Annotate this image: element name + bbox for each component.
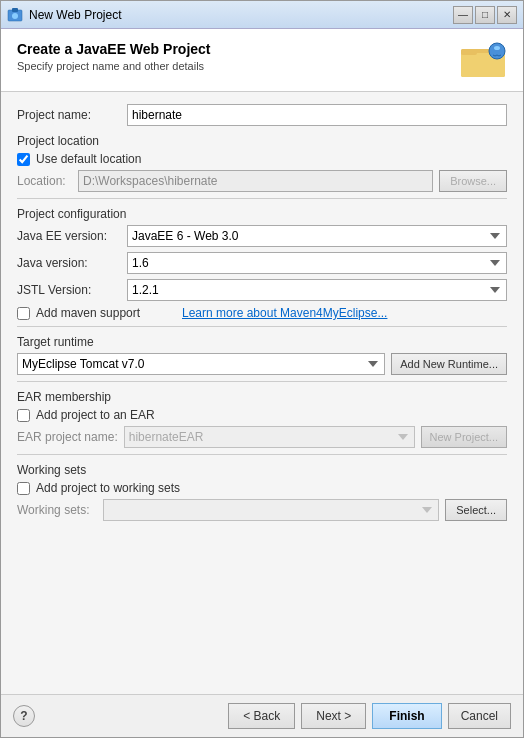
location-row: Location: Browse... [17, 170, 507, 192]
target-runtime-section: Target runtime MyEclipse Tomcat v7.0 Add… [17, 335, 507, 375]
target-runtime-label: Target runtime [17, 335, 507, 349]
dialog-subtitle: Specify project name and other details [17, 60, 211, 72]
java-ee-row: Java EE version: JavaEE 6 - Web 3.0 [17, 225, 507, 247]
add-maven-label: Add maven support [36, 306, 140, 320]
project-name-input[interactable] [127, 104, 507, 126]
jstl-version-label: JSTL Version: [17, 283, 127, 297]
use-default-location-checkbox[interactable] [17, 153, 30, 166]
ear-project-label: EAR project name: [17, 430, 118, 444]
svg-point-6 [489, 43, 505, 59]
main-window: New Web Project — □ ✕ Create a JavaEE We… [0, 0, 524, 738]
project-location-section: Project location Use default location Lo… [17, 134, 507, 192]
add-working-sets-label: Add project to working sets [36, 481, 180, 495]
ear-membership-section: EAR membership Add project to an EAR EAR… [17, 390, 507, 448]
title-bar: New Web Project — □ ✕ [1, 1, 523, 29]
title-bar-controls: — □ ✕ [453, 6, 517, 24]
use-default-location-text: Use default location [36, 152, 141, 166]
cancel-button[interactable]: Cancel [448, 703, 511, 729]
new-project-button: New Project... [421, 426, 507, 448]
header-text: Create a JavaEE Web Project Specify proj… [17, 41, 211, 72]
browse-button: Browse... [439, 170, 507, 192]
project-location-label: Project location [17, 134, 507, 148]
svg-rect-5 [461, 49, 477, 55]
svg-point-7 [494, 46, 500, 50]
working-sets-checkbox-row: Add project to working sets [17, 481, 507, 495]
project-config-label: Project configuration [17, 207, 507, 221]
minimize-button[interactable]: — [453, 6, 473, 24]
java-version-label: Java version: [17, 256, 127, 270]
add-runtime-button[interactable]: Add New Runtime... [391, 353, 507, 375]
maximize-button[interactable]: □ [475, 6, 495, 24]
dialog-header: Create a JavaEE Web Project Specify proj… [1, 29, 523, 92]
maven-link[interactable]: Learn more about Maven4MyEclipse... [182, 306, 387, 320]
java-ee-dropdown[interactable]: JavaEE 6 - Web 3.0 [127, 225, 507, 247]
header-icon [459, 41, 507, 81]
add-working-sets-checkbox[interactable] [17, 482, 30, 495]
ear-membership-label: EAR membership [17, 390, 507, 404]
jstl-version-dropdown[interactable]: 1.2.1 [127, 279, 507, 301]
svg-point-1 [12, 13, 18, 19]
close-button[interactable]: ✕ [497, 6, 517, 24]
next-button[interactable]: Next > [301, 703, 366, 729]
finish-button[interactable]: Finish [372, 703, 441, 729]
footer-buttons: < Back Next > Finish Cancel [228, 703, 511, 729]
working-sets-row: Working sets: Select... [17, 499, 507, 521]
dialog-title: Create a JavaEE Web Project [17, 41, 211, 57]
maven-row: Add maven support Learn more about Maven… [17, 306, 507, 320]
window-icon [7, 7, 23, 23]
ear-project-row: EAR project name: hibernateEAR New Proje… [17, 426, 507, 448]
ear-project-dropdown: hibernateEAR [124, 426, 415, 448]
working-sets-label: Working sets: [17, 503, 97, 517]
svg-rect-2 [12, 8, 18, 12]
add-ear-label: Add project to an EAR [36, 408, 155, 422]
add-maven-checkbox[interactable] [17, 307, 30, 320]
form-content: Project name: Project location Use defau… [1, 92, 523, 694]
working-sets-dropdown [103, 499, 439, 521]
maven-checkbox-row: Add maven support [17, 306, 182, 320]
add-ear-checkbox[interactable] [17, 409, 30, 422]
working-sets-section: Working sets Add project to working sets… [17, 463, 507, 521]
back-button[interactable]: < Back [228, 703, 295, 729]
window-title: New Web Project [29, 8, 447, 22]
java-ee-label: Java EE version: [17, 229, 127, 243]
use-default-location-row: Use default location [17, 152, 507, 166]
java-version-row: Java version: 1.6 [17, 252, 507, 274]
select-button[interactable]: Select... [445, 499, 507, 521]
location-label: Location: [17, 174, 72, 188]
project-configuration-section: Project configuration Java EE version: J… [17, 207, 507, 320]
location-input [78, 170, 433, 192]
working-sets-section-label: Working sets [17, 463, 507, 477]
jstl-version-row: JSTL Version: 1.2.1 [17, 279, 507, 301]
runtime-dropdown[interactable]: MyEclipse Tomcat v7.0 [17, 353, 385, 375]
project-name-row: Project name: [17, 104, 507, 126]
ear-checkbox-row: Add project to an EAR [17, 408, 507, 422]
java-version-dropdown[interactable]: 1.6 [127, 252, 507, 274]
project-name-label: Project name: [17, 108, 127, 122]
dialog-footer: ? < Back Next > Finish Cancel [1, 694, 523, 737]
runtime-row: MyEclipse Tomcat v7.0 Add New Runtime... [17, 353, 507, 375]
help-button[interactable]: ? [13, 705, 35, 727]
